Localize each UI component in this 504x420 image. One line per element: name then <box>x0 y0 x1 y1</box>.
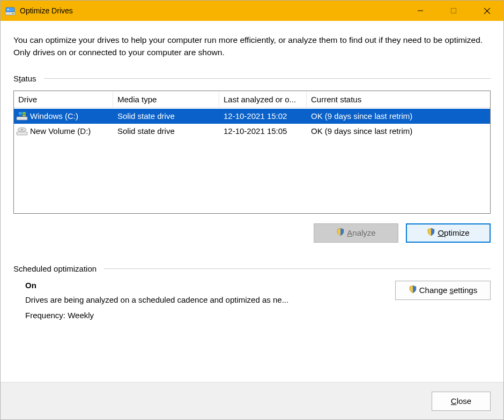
svg-rect-13 <box>17 132 27 135</box>
scheduled-state: On <box>25 281 382 290</box>
cell-last-analyzed: 12-10-2021 15:02 <box>219 110 307 122</box>
cell-status: OK (9 days since last retrim) <box>307 110 490 122</box>
scheduled-frequency: Frequency: Weekly <box>25 311 382 320</box>
divider <box>104 268 491 269</box>
table-row[interactable]: New Volume (D:)Solid state drive12-10-20… <box>14 124 490 139</box>
svg-point-2 <box>8 9 9 11</box>
scheduled-actions: Change settings <box>395 281 491 326</box>
dialog-footer: Close <box>1 382 503 419</box>
drive-name: Windows (C:) <box>30 111 78 121</box>
cell-media: Solid state drive <box>113 110 219 122</box>
content-area: You can optimize your drives to help you… <box>1 21 503 382</box>
svg-rect-3 <box>12 13 14 14</box>
optimize-button[interactable]: Optimize <box>406 223 491 243</box>
svg-rect-11 <box>19 115 22 116</box>
shield-icon <box>409 285 417 295</box>
drive-name: New Volume (D:) <box>30 126 91 136</box>
intro-text: You can optimize your drives to help you… <box>13 34 491 59</box>
cell-media: Solid state drive <box>113 125 219 137</box>
svg-rect-12 <box>23 115 26 116</box>
svg-rect-9 <box>19 112 22 115</box>
change-settings-button[interactable]: Change settings <box>395 281 491 300</box>
cell-drive: New Volume (D:) <box>14 125 113 137</box>
scheduled-description: Drives are being analyzed on a scheduled… <box>25 295 382 304</box>
column-header-drive[interactable]: Drive <box>14 92 113 108</box>
window-control-buttons <box>404 1 503 21</box>
column-header-last[interactable]: Last analyzed or o... <box>219 92 307 108</box>
shield-icon <box>336 228 345 238</box>
scheduled-info: On Drives are being analyzed on a schedu… <box>13 281 382 326</box>
column-header-status[interactable]: Current status <box>307 92 490 108</box>
svg-point-15 <box>21 129 23 130</box>
grid-header: Drive Media type Last analyzed or o... C… <box>14 91 490 109</box>
divider <box>44 78 491 79</box>
svg-rect-1 <box>6 8 14 12</box>
cell-status: OK (9 days since last retrim) <box>307 125 490 137</box>
shield-icon <box>427 228 435 238</box>
optimize-drives-window: Optimize Drives You can optimize your dr… <box>0 0 504 420</box>
close-button[interactable] <box>470 1 503 21</box>
scheduled-optimization-panel: On Drives are being analyzed on a schedu… <box>13 281 491 326</box>
drive-actions: Analyze Optimize <box>13 223 491 243</box>
status-section-label: Status <box>13 74 491 83</box>
table-row[interactable]: Windows (C:)Solid state drive12-10-2021 … <box>14 109 490 124</box>
minimize-button[interactable] <box>404 1 437 21</box>
window-title: Optimize Drives <box>20 6 73 15</box>
svg-rect-5 <box>451 9 456 13</box>
analyze-button: Analyze <box>314 223 398 243</box>
close-dialog-button[interactable]: Close <box>432 392 491 411</box>
drive-icon <box>16 126 28 136</box>
column-header-media[interactable]: Media type <box>113 92 219 108</box>
titlebar: Optimize Drives <box>1 1 503 21</box>
cell-last-analyzed: 12-10-2021 15:05 <box>219 125 307 137</box>
scheduled-section-label: Scheduled optimization <box>13 264 491 273</box>
cell-drive: Windows (C:) <box>14 110 113 122</box>
svg-rect-10 <box>23 112 26 115</box>
windows-drive-icon <box>16 111 28 121</box>
app-icon <box>5 5 16 16</box>
maximize-button[interactable] <box>437 1 470 21</box>
drives-grid[interactable]: Drive Media type Last analyzed or o... C… <box>13 91 491 214</box>
svg-rect-8 <box>17 117 27 120</box>
